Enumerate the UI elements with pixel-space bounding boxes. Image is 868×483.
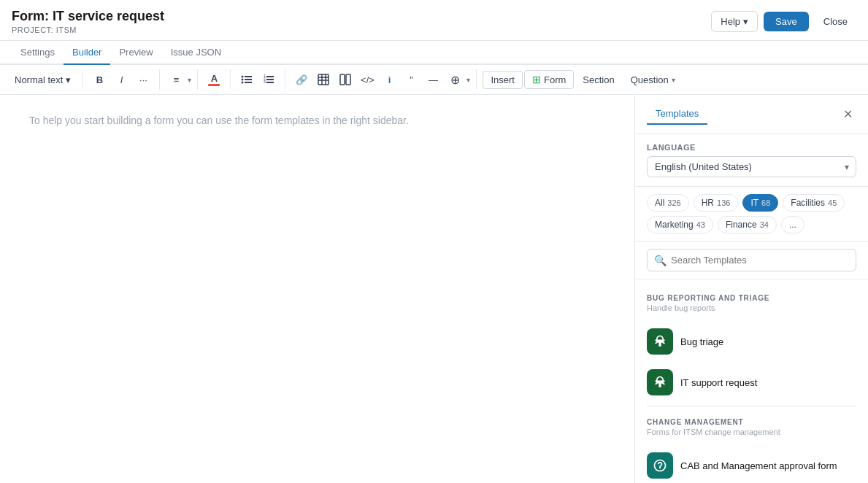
tab-templates[interactable]: Templates [647,104,707,125]
question-button[interactable]: Question ▾ [623,72,683,88]
filter-marketing[interactable]: Marketing 43 [647,216,713,233]
tab-issue-json[interactable]: Issue JSON [162,41,230,65]
code-button[interactable]: </> [357,69,377,90]
color-button[interactable]: A [204,69,224,90]
filter-facilities-label: Facilities [791,198,825,208]
tab-builder[interactable]: Builder [64,41,110,65]
format-group: B I ··· [89,69,160,90]
filter-marketing-count: 43 [696,220,705,229]
numbered-list-button[interactable]: 1.2.3. [258,69,279,90]
svg-rect-3 [245,79,252,80]
help-button[interactable]: Help ▾ [711,11,758,32]
filter-hr-count: 136 [717,198,730,207]
sidebar-header: Templates ✕ [635,95,868,134]
help-label: Help [721,16,740,27]
svg-text:3.: 3. [264,80,266,84]
template-icon-cab [647,452,673,479]
svg-point-2 [242,79,244,81]
header-right: Help ▾ Save Close [711,11,856,32]
svg-point-4 [242,82,244,84]
insert-group: 🔗 </> i " — ⊕ ▾ [291,69,477,90]
italic-button[interactable]: I [111,69,131,90]
category-divider [647,406,856,406]
filter-more-label: ... [789,220,796,230]
section-button[interactable]: Section [575,72,621,88]
filter-it[interactable]: IT 68 [742,194,778,212]
color-group: A [204,69,231,90]
language-select-wrapper: English (United States) [647,156,856,177]
language-select[interactable]: English (United States) [647,156,856,177]
form-title: Form: IT service request [12,9,164,24]
divider-button[interactable]: — [423,69,443,90]
svg-rect-5 [245,82,252,83]
filter-facilities[interactable]: Facilities 45 [783,194,845,212]
header: Form: IT service request PROJECT: ITSM H… [0,0,868,41]
search-icon: 🔍 [654,255,667,266]
layout-button[interactable] [335,69,356,90]
filter-finance-label: Finance [726,220,757,230]
category-change-title: CHANGE MANAGEMENT [647,418,856,426]
link-button[interactable]: 🔗 [291,69,312,90]
editor-placeholder: To help you start building a form you ca… [29,112,605,128]
form-button[interactable]: ⊞ Form [524,70,574,89]
table-button[interactable] [313,69,334,90]
filter-hr[interactable]: HR 136 [694,194,739,212]
filter-section: All 326 HR 136 IT 68 Facilities 45 Marke… [635,187,868,242]
text-style-button[interactable]: Normal text ▾ [9,72,77,88]
filter-finance[interactable]: Finance 34 [718,216,777,233]
action-group: Insert ⊞ Form Section Question ▾ [483,70,688,89]
language-label: LANGUAGE [647,143,856,152]
filter-all[interactable]: All 326 [647,194,689,212]
nav-tabs: Settings Builder Preview Issue JSON [0,41,868,65]
quote-button[interactable]: " [401,69,421,90]
editor-area[interactable]: To help you start building a form you ca… [0,95,634,483]
insert-button[interactable]: Insert [483,71,523,89]
templates-list: BUG REPORTING AND TRIAGE Handle bug repo… [635,279,868,483]
template-icon-bug-triage [647,328,673,355]
info-button[interactable]: i [379,69,399,90]
template-cab-approval[interactable]: CAB and Management approval form [635,445,868,483]
search-input[interactable] [647,249,856,271]
color-indicator [208,84,220,86]
filter-more[interactable]: ... [781,216,804,233]
text-style-group: Normal text ▾ [9,72,83,88]
text-style-label: Normal text [15,74,63,85]
close-button[interactable]: Close [815,12,856,31]
tab-preview[interactable]: Preview [110,41,161,65]
close-sidebar-button[interactable]: ✕ [839,106,856,123]
header-left: Form: IT service request PROJECT: ITSM [12,9,164,34]
align-group: ≡ ▾ [166,69,198,90]
svg-rect-11 [266,82,274,83]
chevron-down-icon: ▾ [466,76,470,84]
filter-all-count: 326 [667,198,680,207]
question-label: Question [631,74,669,85]
filter-it-count: 68 [761,198,770,207]
tab-settings[interactable]: Settings [12,41,64,65]
chevron-down-icon: ▾ [66,74,71,85]
sidebar: Templates ✕ LANGUAGE English (United Sta… [634,95,868,483]
form-icon: ⊞ [532,74,541,85]
filter-all-label: All [655,198,664,208]
save-button[interactable]: Save [764,12,809,31]
category-bug-title: BUG REPORTING AND TRIAGE [647,294,856,302]
search-section: 🔍 [635,242,868,279]
filter-finance-count: 34 [760,220,769,229]
bold-button[interactable]: B [89,69,110,90]
template-it-support-name: IT support request [680,377,757,388]
more-format-button[interactable]: ··· [133,69,153,90]
category-change-desc: Forms for ITSM change management [647,428,856,436]
svg-rect-1 [245,76,252,77]
filter-tags: All 326 HR 136 IT 68 Facilities 45 Marke… [647,194,856,233]
template-it-support[interactable]: IT support request [635,362,868,403]
filter-it-label: IT [750,198,758,208]
category-bug-reporting: BUG REPORTING AND TRIAGE Handle bug repo… [635,285,868,321]
bullet-list-button[interactable] [237,69,257,90]
chevron-down-icon: ▾ [188,76,191,84]
text-color-icon: A [211,73,218,84]
align-button[interactable]: ≡ [166,69,186,90]
project-name: PROJECT: ITSM [12,26,164,34]
toolbar: Normal text ▾ B I ··· ≡ ▾ A 1.2.3. 🔗 </> [0,65,868,95]
chevron-down-icon: ▾ [743,16,748,27]
template-bug-triage[interactable]: Bug triage [635,321,868,362]
add-button[interactable]: ⊕ [445,69,465,90]
